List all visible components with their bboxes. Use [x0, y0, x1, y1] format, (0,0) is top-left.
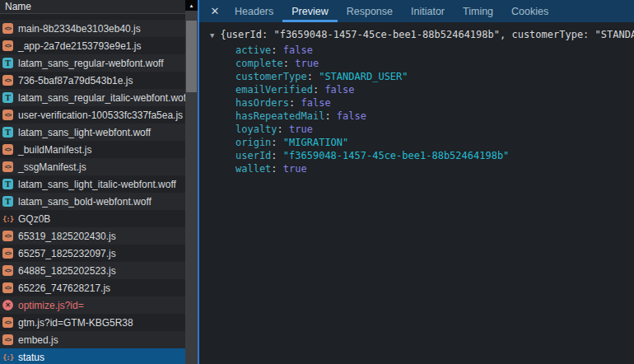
- request-name-label: latam_sans_regular-webfont.woff: [18, 58, 164, 69]
- json-root-summary[interactable]: ▼{userId: "f3659048-1457-45ce-bee1-88b52…: [210, 28, 634, 42]
- font-file-icon: T: [2, 92, 13, 103]
- json-property-value: "MIGRATION": [283, 137, 348, 148]
- json-property-row: complete: true: [210, 57, 634, 70]
- scroll-up-button[interactable]: ▲: [185, 0, 198, 11]
- network-request-row[interactable]: {:} GQz0B: [0, 210, 185, 227]
- tab-response[interactable]: Response: [338, 0, 402, 22]
- script-file-icon: <>: [2, 265, 13, 276]
- json-property-key: hasRepeatedMail: [235, 110, 324, 122]
- request-name-label: _ssgManifest.js: [18, 161, 86, 173]
- json-property-key: hasOrders: [235, 97, 289, 109]
- scrollbar-thumb[interactable]: [186, 21, 197, 92]
- request-name-label: 64885_1825202523.js: [18, 265, 116, 277]
- json-property-key: complete: [235, 58, 283, 69]
- request-name-label: embed.js: [18, 334, 58, 346]
- close-icon: ✕: [211, 5, 220, 17]
- request-name-label: _buildManifest.js: [18, 144, 91, 156]
- network-request-row[interactable]: <> _buildManifest.js: [0, 141, 185, 158]
- request-name-label: status: [18, 352, 44, 363]
- request-name-label: main-8b2334be3103eb40.js: [18, 23, 141, 35]
- json-summary-text: {userId: "f3659048-1457-45ce-bee1-88b524…: [220, 29, 634, 40]
- scrollbar[interactable]: ▲: [185, 0, 198, 364]
- detail-tabs: Headers Preview Response Initiator Timin…: [226, 0, 557, 22]
- request-name-label: 736-5baf87a79d543b1e.js: [18, 75, 133, 86]
- json-property-key: origin: [235, 137, 271, 148]
- network-request-row[interactable]: T latam_sans_regular-webfont.woff: [0, 54, 185, 72]
- json-property-key: active: [235, 44, 271, 56]
- partially-scrolled-row[interactable]: [0, 14, 185, 20]
- network-request-row[interactable]: <> 65226_747628217.js: [0, 279, 185, 296]
- request-name-label: GQz0B: [18, 213, 50, 225]
- script-file-icon: <>: [2, 317, 13, 328]
- network-request-row[interactable]: <> 64885_1825202523.js: [0, 262, 185, 279]
- json-property-row: origin: "MIGRATION": [210, 136, 634, 149]
- json-property-key: wallet: [235, 163, 271, 175]
- tab-cookies[interactable]: Cookies: [502, 0, 557, 22]
- network-request-row[interactable]: ✕ optimize.js?id=: [0, 296, 185, 314]
- network-request-row[interactable]: <> _app-2a7de2153793e9e1.js: [0, 37, 185, 54]
- tab-preview[interactable]: Preview: [282, 0, 337, 22]
- json-property-row: wallet: true: [210, 162, 634, 175]
- font-file-icon: T: [2, 179, 13, 189]
- network-request-list: Name <> main-8b2334be3103eb40.js <> _app…: [0, 0, 185, 364]
- network-request-row[interactable]: T latam_sans_light_italic-webfont.woff: [0, 175, 185, 193]
- detail-tab-bar: ✕ Headers Preview Response Initiator Tim…: [199, 0, 634, 22]
- tab-label: Preview: [291, 6, 328, 17]
- network-request-row[interactable]: {:} status: [0, 348, 185, 364]
- request-name-label: latam_sans_light_italic-webfont.woff: [18, 179, 176, 190]
- script-file-icon: <>: [2, 161, 13, 172]
- expand-triangle-icon[interactable]: ▼: [210, 31, 214, 40]
- json-property-row: userId: "f3659048-1457-45ce-bee1-88b5246…: [210, 149, 634, 162]
- request-name-label: 65257_1825232097.js: [18, 248, 116, 259]
- font-file-icon: T: [2, 196, 13, 207]
- json-property-key: loyalty: [235, 124, 277, 135]
- json-properties: active: false complete: true customerTyp…: [210, 44, 634, 175]
- json-property-value: false: [337, 110, 366, 122]
- request-name-label: user-verification-100533fc337fa5ea.js: [18, 110, 183, 121]
- name-column-header[interactable]: Name: [0, 0, 185, 14]
- preview-json-tree: ▼{userId: "f3659048-1457-45ce-bee1-88b52…: [199, 22, 634, 175]
- network-request-row[interactable]: <> user-verification-100533fc337fa5ea.js: [0, 106, 185, 124]
- network-request-rows: <> main-8b2334be3103eb40.js <> _app-2a7d…: [0, 20, 185, 364]
- network-request-row[interactable]: T latam_sans_light-webfont.woff: [0, 124, 185, 141]
- fetch-xhr-icon: {:}: [2, 352, 13, 362]
- scroll-up-arrow-icon: ▲: [189, 3, 194, 8]
- script-file-icon: <>: [2, 282, 13, 293]
- tab-label: Headers: [235, 6, 273, 17]
- script-file-icon: <>: [2, 334, 13, 345]
- network-request-row[interactable]: <> 65319_1825202430.js: [0, 227, 185, 245]
- network-request-row[interactable]: <> 736-5baf87a79d543b1e.js: [0, 72, 185, 89]
- network-request-row[interactable]: <> embed.js: [0, 331, 185, 348]
- devtools-network-panel: Name <> main-8b2334be3103eb40.js <> _app…: [0, 0, 634, 364]
- name-column-label: Name: [5, 1, 31, 12]
- fetch-xhr-icon: {:}: [2, 213, 13, 224]
- json-property-value: false: [324, 84, 354, 96]
- json-property-row: customerType: "STANDARD_USER": [210, 70, 634, 83]
- network-request-row[interactable]: T latam_sans_regular_italic-webfont.woff: [0, 89, 185, 106]
- font-file-icon: T: [2, 127, 13, 138]
- tab-headers[interactable]: Headers: [226, 0, 282, 22]
- json-property-key: emailVerified: [235, 84, 313, 96]
- request-name-label: latam_sans_light-webfont.woff: [18, 127, 151, 138]
- tab-initiator[interactable]: Initiator: [402, 0, 454, 22]
- json-property-value: "f3659048-1457-45ce-bee1-88b52464198b": [283, 150, 510, 161]
- script-file-icon: <>: [2, 23, 13, 34]
- request-name-label: optimize.js?id=: [18, 300, 84, 311]
- script-file-icon: <>: [2, 248, 13, 259]
- json-property-key: customerType: [235, 71, 307, 82]
- network-request-row[interactable]: <> 65257_1825232097.js: [0, 245, 185, 262]
- network-request-row[interactable]: <> gtm.js?id=GTM-KBG5R38: [0, 314, 185, 331]
- tab-timing[interactable]: Timing: [454, 0, 502, 22]
- tab-label: Timing: [463, 6, 493, 17]
- script-file-icon: <>: [2, 144, 13, 155]
- json-property-key: userId: [235, 150, 271, 161]
- json-property-value: false: [301, 97, 330, 109]
- json-property-row: loyalty: true: [210, 123, 634, 136]
- network-request-row[interactable]: <> main-8b2334be3103eb40.js: [0, 20, 185, 37]
- network-request-row[interactable]: <> _ssgManifest.js: [0, 158, 185, 175]
- blocked-request-icon: ✕: [2, 300, 13, 310]
- json-property-value: false: [283, 44, 313, 56]
- network-request-row[interactable]: T latam_sans_bold-webfont.woff: [0, 193, 185, 210]
- close-button[interactable]: ✕: [204, 0, 226, 22]
- request-name-label: latam_sans_bold-webfont.woff: [18, 196, 152, 208]
